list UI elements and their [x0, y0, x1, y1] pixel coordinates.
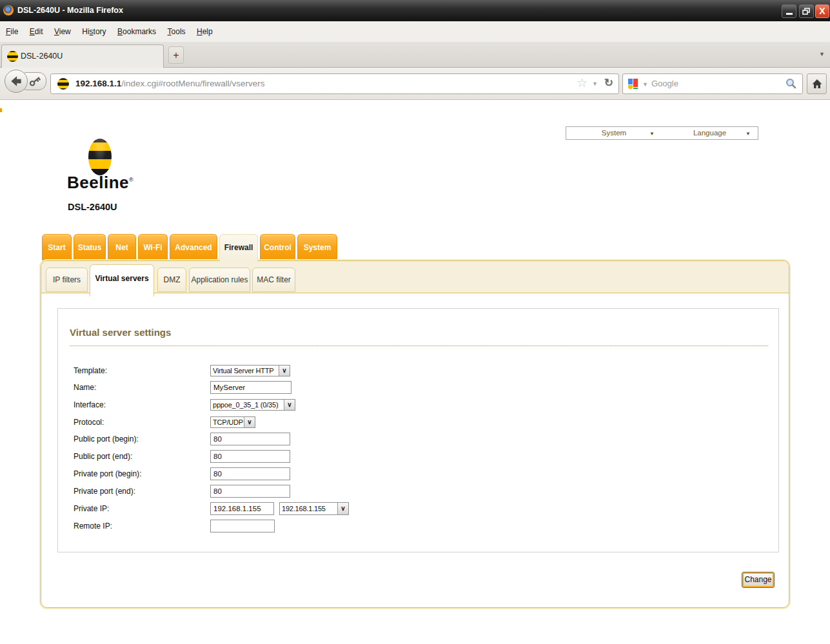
label-public-port-end: Public port (end): [74, 452, 132, 461]
search-magnifier-icon[interactable] [784, 77, 797, 93]
search-box[interactable]: ▼ Google [622, 73, 803, 94]
label-private-ip: Private IP: [74, 504, 109, 513]
subtab-mac-filter[interactable]: MAC filter [252, 268, 295, 292]
url-bar[interactable]: 192.168.1.1/index.cgi#rootMenu/firewall/… [50, 73, 619, 94]
menu-bar: File Edit View History Bookmarks Tools H… [0, 21, 830, 42]
tab-advanced[interactable]: Advanced [170, 234, 217, 260]
tab-start[interactable]: Start [42, 234, 72, 260]
menu-view[interactable]: View [54, 21, 71, 42]
menu-help[interactable]: Help [197, 21, 213, 42]
label-template: Template: [74, 366, 107, 375]
label-name: Name: [74, 383, 96, 392]
page-edge-artifact [0, 108, 2, 112]
window-titlebar: DSL-2640U - Mozilla Firefox X [0, 0, 830, 21]
name-input[interactable] [210, 381, 291, 394]
url-text[interactable]: 192.168.1.1/index.cgi#rootMenu/firewall/… [75, 74, 264, 93]
beeline-logo-icon [88, 139, 112, 175]
menu-edit[interactable]: Edit [30, 21, 43, 42]
page-content: System ▼ Language ▼ Beeline® DSL-2640U S… [0, 100, 830, 644]
brand-name: Beeline® [67, 173, 133, 193]
back-arrow-icon [9, 74, 23, 88]
label-public-port-begin: Public port (begin): [74, 434, 139, 444]
public-port-end-input[interactable] [210, 450, 290, 463]
tab-strip: DSL-2640U + ▼ [0, 42, 830, 68]
home-button[interactable] [807, 73, 827, 94]
browser-tab[interactable]: DSL-2640U [1, 44, 164, 68]
menu-bookmarks[interactable]: Bookmarks [117, 21, 156, 42]
label-private-port-begin: Private port (begin): [74, 469, 141, 478]
site-favicon-icon [57, 78, 69, 90]
select-arrow-icon: ∨ [284, 400, 295, 410]
section-title: Virtual server settings [70, 327, 171, 338]
navigation-toolbar: 192.168.1.1/index.cgi#rootMenu/firewall/… [0, 68, 830, 100]
remote-ip-input[interactable] [210, 520, 275, 532]
bookmark-star-icon[interactable]: ☆ [577, 75, 588, 90]
tab-system[interactable]: System [297, 234, 337, 260]
protocol-select[interactable]: TCP/UDP∨ [210, 416, 255, 428]
firefox-icon[interactable] [3, 5, 14, 15]
select-arrow-icon: ∨ [244, 417, 255, 427]
subtab-application-rules[interactable]: Application rules [189, 268, 250, 292]
settings-panel: IP filters Virtual servers DMZ Applicati… [41, 260, 789, 608]
language-menu-label: Language [693, 129, 726, 137]
label-private-port-end: Private port (end): [74, 487, 135, 496]
interface-select[interactable]: pppoe_0_35_1 (0/35)∨ [210, 399, 295, 411]
private-port-begin-input[interactable] [210, 467, 290, 480]
subtab-virtual-servers[interactable]: Virtual servers [90, 264, 154, 297]
new-tab-button[interactable]: + [168, 46, 184, 64]
restore-button[interactable] [799, 5, 814, 18]
template-select[interactable]: Virtual Server HTTP∨ [210, 365, 290, 376]
window-title: DSL-2640U - Mozilla Firefox [17, 0, 123, 21]
tab-firewall[interactable]: Firewall [219, 234, 258, 262]
system-menu-caret-icon: ▼ [649, 127, 655, 141]
subtab-dmz[interactable]: DMZ [157, 268, 186, 292]
beeline-favicon-icon [7, 51, 18, 62]
private-ip-input[interactable] [210, 502, 274, 515]
tab-status[interactable]: Status [74, 234, 106, 260]
url-host: 192.168.1.1 [75, 79, 121, 88]
system-menu-select[interactable]: System ▼ [566, 126, 662, 140]
home-icon [811, 77, 824, 90]
public-port-begin-input[interactable] [210, 433, 290, 445]
url-dropdown-icon[interactable]: ▼ [592, 81, 598, 87]
tab-wifi[interactable]: Wi-Fi [138, 234, 168, 260]
search-engine-dropdown-icon[interactable]: ▼ [642, 81, 648, 88]
section-divider [70, 346, 768, 346]
google-logo-icon[interactable] [628, 79, 638, 89]
list-tabs-icon[interactable]: ▼ [819, 51, 825, 57]
menu-file[interactable]: File [6, 21, 18, 42]
language-menu-caret-icon: ▼ [746, 127, 751, 141]
system-menu-label: System [602, 129, 626, 137]
search-placeholder: Google [651, 74, 678, 93]
select-arrow-icon: ∨ [279, 366, 290, 376]
menu-history[interactable]: History [82, 21, 106, 42]
back-button[interactable] [5, 70, 28, 93]
private-ip-select[interactable]: 192.168.1.155∨ [279, 502, 349, 515]
minimize-button[interactable] [782, 5, 796, 18]
device-model: DSL-2640U [68, 202, 117, 212]
restore-icon [800, 5, 813, 17]
tab-control[interactable]: Control [260, 234, 295, 260]
select-arrow-icon: ∨ [337, 503, 348, 514]
label-interface: Interface: [74, 400, 106, 409]
key-icon [27, 75, 43, 88]
language-menu-select[interactable]: Language ▼ [662, 126, 758, 140]
change-button[interactable]: Change [742, 572, 775, 588]
label-remote-ip: Remote IP: [74, 522, 112, 531]
private-port-end-input[interactable] [210, 485, 290, 498]
label-protocol: Protocol: [74, 418, 104, 427]
tab-net[interactable]: Net [108, 234, 136, 260]
reload-icon[interactable]: ↻ [604, 76, 613, 90]
url-path: /index.cgi#rootMenu/firewall/vservers [121, 79, 264, 88]
tab-title: DSL-2640U [21, 45, 63, 67]
close-button[interactable]: X [815, 5, 829, 18]
virtual-server-settings-box: Virtual server settings Template: Virtua… [57, 308, 779, 552]
subtab-ip-filters[interactable]: IP filters [46, 268, 88, 292]
menu-tools[interactable]: Tools [168, 21, 186, 42]
